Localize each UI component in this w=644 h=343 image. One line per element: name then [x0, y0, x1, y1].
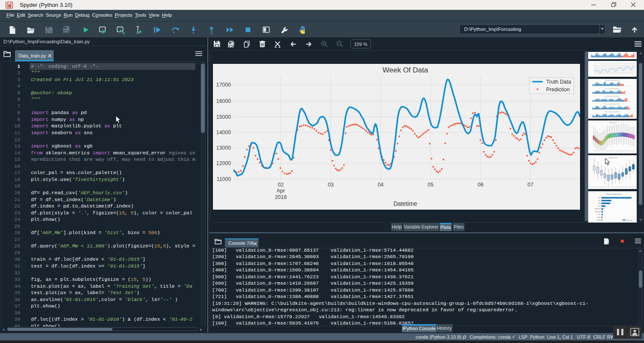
svg-text:05: 05: [428, 182, 434, 188]
svg-text:MW by hour: MW by hour: [609, 122, 617, 123]
svg-text:Feature Importance: Feature Importance: [606, 193, 622, 195]
svg-text:Truth Data: Truth Data: [546, 79, 571, 85]
svg-text:16000: 16000: [216, 98, 231, 104]
svg-text:03: 03: [328, 182, 334, 188]
svg-text:Prediction: Prediction: [546, 87, 570, 93]
svg-text:s: s: [8, 3, 11, 8]
svg-text:06: 06: [477, 182, 483, 188]
svg-text:17000: 17000: [216, 82, 231, 88]
svg-text:Datetime: Datetime: [393, 201, 417, 207]
svg-text:Data Train/Test Split Fold 3: Data Train/Test Split Fold 3: [605, 103, 620, 105]
svg-text:importance: importance: [626, 220, 633, 221]
svg-text:Data Train/Test Split Fold 1: Data Train/Test Split Fold 1: [605, 87, 620, 89]
svg-text:13000: 13000: [216, 145, 231, 151]
svg-text:07: 07: [528, 182, 534, 188]
svg-text:Data Train/Test Split Fold 0: Data Train/Test Split Fold 0: [605, 80, 620, 81]
svg-text:14000: 14000: [216, 129, 231, 135]
svg-text:dayofyear: dayofyear: [595, 211, 601, 213]
svg-text:04: 04: [378, 182, 384, 188]
svg-text:Apr: Apr: [276, 188, 285, 194]
svg-text:2018: 2018: [275, 194, 287, 200]
svg-text:dayofweek: dayofweek: [595, 208, 601, 210]
svg-text:year: year: [598, 214, 601, 215]
svg-text:Week Of Data: Week Of Data: [383, 66, 428, 74]
svg-text:lag2: lag2: [598, 200, 601, 202]
svg-text:11000: 11000: [216, 176, 231, 182]
svg-text:MW by month: MW by month: [609, 157, 617, 159]
svg-text:quarter: quarter: [596, 219, 601, 221]
svg-text:month: month: [597, 217, 601, 218]
svg-text:Data Train/Test Split Fold 4: Data Train/Test Split Fold 4: [605, 111, 620, 113]
svg-text:15000: 15000: [216, 114, 231, 120]
svg-text:lag1: lag1: [598, 197, 601, 199]
svg-text:12000: 12000: [216, 160, 231, 166]
svg-text:lag3: lag3: [598, 202, 601, 204]
svg-text:Data Train/Test Split Fold 2: Data Train/Test Split Fold 2: [605, 95, 620, 97]
svg-text:hour: hour: [598, 205, 601, 207]
svg-text:02: 02: [278, 182, 284, 188]
